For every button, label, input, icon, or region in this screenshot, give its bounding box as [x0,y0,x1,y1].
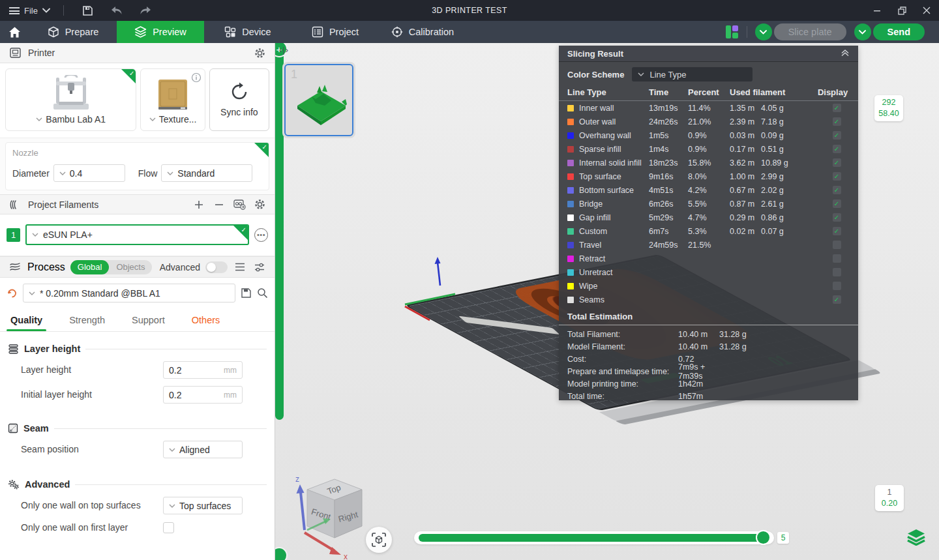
chevron-down-icon [169,448,175,452]
plate-thumbnail[interactable]: 1 [282,62,355,138]
display-checkbox-checked[interactable]: ✓ [833,186,841,194]
filament-settings-button[interactable] [252,198,267,212]
slicing-result-header: Slicing Result [559,46,858,62]
tab-calibration[interactable]: Calibration [379,21,466,43]
tune-button[interactable] [252,260,267,274]
display-checkbox-checked[interactable]: ✓ [833,145,841,153]
collapse-panel-button[interactable] [841,48,850,59]
fit-cube-icon [372,533,386,547]
total-row-value2: 31.28 g [719,342,747,351]
chevron-down-icon [167,171,173,175]
display-checkbox-checked[interactable]: ✓ [833,131,841,140]
tab-preview[interactable]: Preview [117,21,204,43]
scope-objects[interactable]: Objects [109,260,152,274]
layers-view-button[interactable] [906,529,926,546]
one-wall-first-layer-checkbox[interactable] [163,522,174,533]
toggle-knob [207,263,216,272]
display-checkbox-checked[interactable]: ✓ [833,172,841,181]
collapse-panel-toggle[interactable]: ‹|› [279,45,289,55]
color-scheme-dropdown[interactable]: Line Type [632,67,753,81]
send-button[interactable]: Send [873,23,925,40]
slice-options-dropdown[interactable] [755,23,772,40]
display-checkbox-checked[interactable]: ✓ [833,199,841,208]
close-button[interactable] [914,0,939,21]
tab-project[interactable]: Project [291,21,379,43]
advanced-toggle[interactable] [205,261,228,273]
layer-height-input[interactable]: 0.2 mm [163,361,243,379]
scope-global[interactable]: Global [70,260,110,274]
line-type-weight: 10.89 g [761,158,801,168]
line-type-name-cell: Outer wall [567,117,649,126]
display-checkbox-unchecked[interactable] [833,241,841,249]
display-checkbox-checked[interactable]: ✓ [833,158,841,167]
printer-model-card[interactable]: ✓ Bambu Lab A1 [5,68,136,131]
plate-type-card[interactable]: Texture... [140,68,205,131]
quality-params: Layer height Layer height 0.2 mm Initial… [0,332,275,560]
project-list-icon [312,26,323,38]
line-type-weight: 4.05 g [761,104,801,113]
display-checkbox-unchecked[interactable] [833,282,841,290]
list-icon [235,263,245,271]
display-checkbox-checked[interactable]: ✓ [833,295,841,304]
line-type-time: 6m7s [649,227,688,236]
line-type-name: Outer wall [579,117,616,126]
chevron-down-icon [169,504,175,508]
col-line-type: Line Type [567,87,649,97]
ams-sync-button[interactable] [232,198,246,212]
line-type-time: 18m23s [649,158,688,168]
info-icon[interactable] [191,72,201,83]
add-filament-button[interactable] [192,198,206,212]
display-checkbox-unchecked[interactable] [833,268,841,276]
sync-icon [230,82,249,102]
display-checkbox-checked[interactable]: ✓ [833,213,841,222]
param-row-initial-layer-height: Initial layer height 0.2 mm [8,386,267,404]
line-type-weight: 2.02 g [761,186,801,195]
line-type-display-cell: ✓ [824,104,850,112]
line-type-length: 1.00 m [730,172,761,181]
tab-others[interactable]: Others [185,310,227,331]
display-checkbox-checked[interactable]: ✓ [833,104,841,112]
slice-plate-button[interactable]: Slice plate [774,23,846,40]
step-slider[interactable] [414,531,774,544]
chevron-down-icon [760,30,767,35]
tab-quality[interactable]: Quality [4,310,49,331]
view-list-button[interactable] [233,260,247,274]
line-type-length: 2.39 m [730,117,761,126]
display-checkbox-checked[interactable]: ✓ [833,227,841,235]
tab-prepare[interactable]: Prepare [29,21,117,43]
tab-home[interactable] [0,21,29,43]
printer-settings-button[interactable] [252,46,267,60]
filament-more-button[interactable]: ••• [254,228,268,242]
param-value: 0.2 [169,365,181,376]
flow-dropdown[interactable]: Standard [161,164,252,182]
tab-strength[interactable]: Strength [63,310,112,331]
minimize-button[interactable] [865,0,889,21]
line-type-swatch [567,119,574,125]
reset-icon[interactable] [7,288,18,299]
search-preset-button[interactable] [257,287,268,299]
display-checkbox-unchecked[interactable] [833,254,841,263]
seam-position-dropdown[interactable]: Aligned [163,441,243,458]
step-slider-handle[interactable] [756,530,771,545]
initial-layer-height-input[interactable]: 0.2 mm [163,386,243,404]
line-type-weight: 7.18 g [761,117,801,126]
sync-info-button[interactable]: Sync info [209,68,269,131]
remove-filament-button[interactable] [212,198,226,212]
display-checkbox-checked[interactable]: ✓ [833,117,841,126]
preset-dropdown[interactable]: * 0.20mm Standard @BBL A1 [23,284,235,302]
fit-view-button[interactable] [366,527,392,553]
line-type-length: 3.62 m [730,158,761,168]
send-options-dropdown[interactable] [854,23,871,40]
tab-support[interactable]: Support [125,310,171,331]
line-type-swatch [567,105,574,111]
param-label: Only one wall on top surfaces [21,499,163,511]
plate-layout-icon[interactable] [726,25,739,38]
diameter-dropdown[interactable]: 0.4 [53,164,125,182]
tab-device[interactable]: Device [204,21,291,43]
line-type-weight: 2.61 g [761,199,801,209]
line-type-percent: 0.9% [688,145,730,154]
filament-dropdown[interactable]: eSUN PLA+ ✓ [25,224,249,245]
restore-button[interactable] [889,0,914,21]
one-wall-top-dropdown[interactable]: Top surfaces [163,497,243,514]
save-preset-button[interactable] [241,287,252,299]
